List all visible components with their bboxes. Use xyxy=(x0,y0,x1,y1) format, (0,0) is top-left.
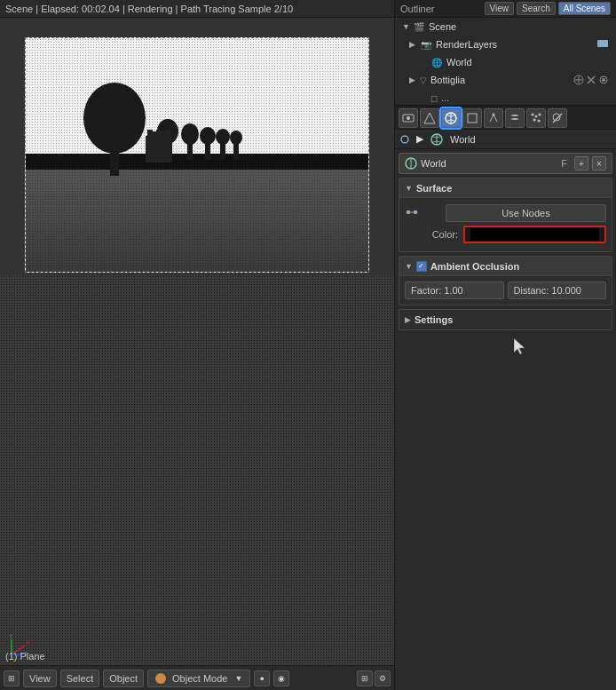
svg-point-0 xyxy=(83,83,146,154)
svg-rect-23 xyxy=(597,40,608,47)
svg-rect-47 xyxy=(407,210,410,214)
outliner[interactable]: Outliner View Search All Scenes ▼ 🎬 Scen… xyxy=(395,0,616,107)
prop-tab-world[interactable] xyxy=(441,108,461,128)
ao-header[interactable]: ▼ ✓ Ambient Occlusion xyxy=(399,257,612,276)
color-swatch[interactable] xyxy=(470,228,599,241)
footer-icon-5[interactable]: ⚙ xyxy=(375,670,391,686)
right-panel: Outliner View Search All Scenes ▼ 🎬 Scen… xyxy=(394,0,616,690)
world-selector-bar[interactable]: World F + × xyxy=(399,153,612,174)
render-preview xyxy=(25,37,369,273)
sub-item-label: ... xyxy=(441,92,449,103)
outliner-header-btns: View Search All Scenes xyxy=(485,2,611,15)
bottiglia-icon: ▽ xyxy=(420,75,427,85)
mode-icon xyxy=(155,673,166,684)
viewport-title: Scene | Elapsed: 00:02.04 | Rendering | … xyxy=(5,4,293,14)
scene-icon: 🎬 xyxy=(413,20,425,33)
prop-toolbar[interactable] xyxy=(395,107,616,130)
prop-tab-scene[interactable] xyxy=(420,108,439,128)
prop-tab-object[interactable] xyxy=(462,108,482,128)
select-menu-btn[interactable]: Select xyxy=(60,670,100,687)
viewport-header: Scene | Elapsed: 00:02.04 | Rendering | … xyxy=(0,0,394,18)
outliner-search-btn[interactable]: Search xyxy=(517,2,556,15)
svg-text:X: X xyxy=(26,639,30,646)
prop-tab-modifiers[interactable] xyxy=(505,108,525,128)
prop-tab-render[interactable] xyxy=(399,108,418,128)
svg-point-6 xyxy=(200,127,216,145)
surface-expand-icon: ▼ xyxy=(405,184,413,193)
outliner-item-renderlayers[interactable]: ▶ 📷 RenderLayers xyxy=(395,36,616,53)
ao-checkbox[interactable]: ✓ xyxy=(416,261,427,272)
svg-point-10 xyxy=(230,131,242,145)
prop-tab-physics[interactable] xyxy=(548,108,567,128)
ao-distance-field[interactable]: Distanc: 10.000 xyxy=(508,282,607,299)
svg-rect-1 xyxy=(110,149,119,176)
svg-rect-13 xyxy=(146,136,172,163)
ambient-occlusion-section: ▼ ✓ Ambient Occlusion Factor: 1.00 Dista… xyxy=(399,256,612,305)
svg-point-37 xyxy=(535,115,538,117)
settings-title: Settings xyxy=(415,314,453,325)
outliner-header-left: Outliner xyxy=(400,4,435,14)
svg-rect-48 xyxy=(414,210,417,214)
use-nodes-btn[interactable]: Use Nodes xyxy=(446,204,606,222)
prop-breadcrumb: ▶ World xyxy=(395,130,616,149)
ao-factor-field[interactable]: Factor: 1.00 xyxy=(405,282,504,299)
surface-content: Use Nodes Color: xyxy=(399,198,612,251)
mode-dropdown-arrow[interactable]: ▼ xyxy=(234,674,242,683)
svg-rect-9 xyxy=(220,144,225,160)
world-breadcrumb-icon xyxy=(430,133,443,146)
svg-point-39 xyxy=(533,118,536,121)
prop-tab-constraints[interactable] xyxy=(484,108,503,128)
svg-rect-7 xyxy=(205,144,210,160)
svg-point-30 xyxy=(407,116,410,120)
svg-marker-50 xyxy=(514,338,525,354)
tree-silhouette xyxy=(70,74,248,163)
viewport-icon-1[interactable]: ⊞ xyxy=(4,670,20,686)
settings-section: ▶ Settings xyxy=(399,309,612,330)
world-label: World xyxy=(446,57,472,67)
object-menu-btn[interactable]: Object xyxy=(103,670,144,687)
bottiglia-icon-2 xyxy=(586,75,596,85)
world-name-field[interactable]: World xyxy=(421,158,557,169)
svg-point-35 xyxy=(493,113,495,115)
color-value[interactable] xyxy=(463,226,606,243)
cursor-indicator xyxy=(514,338,525,356)
plane-label: (1) Plane xyxy=(5,651,45,662)
svg-marker-31 xyxy=(424,113,435,123)
world-close-btn[interactable]: × xyxy=(592,156,606,171)
footer-icon-2[interactable]: ● xyxy=(254,670,270,686)
world-add-btn[interactable]: + xyxy=(574,156,588,171)
prop-tab-particles[interactable] xyxy=(526,108,546,128)
svg-text:Y: Y xyxy=(9,633,13,639)
color-row: Color: xyxy=(405,225,606,244)
viewport[interactable]: Scene | Elapsed: 00:02.04 | Rendering | … xyxy=(0,0,394,690)
expand-icon-2: ▶ xyxy=(409,40,416,49)
settings-header[interactable]: ▶ Settings xyxy=(399,310,612,329)
view-menu-btn[interactable]: View xyxy=(23,670,57,687)
outliner-item-sub[interactable]: ◻ ... xyxy=(395,89,616,107)
breadcrumb-arrow: ▶ xyxy=(416,133,423,145)
viewport-footer[interactable]: ⊞ View Select Object Object Mode ▼ ● ◉ ⊞… xyxy=(0,665,394,690)
mode-selector[interactable]: Object Mode ▼ xyxy=(147,670,250,687)
outliner-item-world[interactable]: 🌐 World xyxy=(395,53,616,71)
svg-point-38 xyxy=(539,113,541,115)
bottiglia-label: Bottiglia xyxy=(430,75,465,85)
footer-icon-3[interactable]: ◉ xyxy=(273,670,289,686)
outliner-allscenes-btn[interactable]: All Scenes xyxy=(558,2,611,15)
prop-content: World F + × ▼ Surface xyxy=(395,149,616,690)
outliner-item-bottiglia[interactable]: ▶ ▽ Bottiglia xyxy=(395,71,616,89)
settings-expand-icon: ▶ xyxy=(405,315,411,324)
bottiglia-btns xyxy=(573,75,609,85)
surface-title: Surface xyxy=(416,183,452,194)
footer-icon-4[interactable]: ⊞ xyxy=(357,670,373,686)
svg-rect-15 xyxy=(156,130,162,139)
world-f-btn[interactable]: F xyxy=(561,158,567,169)
renderlayers-icon: 📷 xyxy=(420,38,432,51)
surface-section-header[interactable]: ▼ Surface xyxy=(399,178,612,198)
outliner-label: Outliner xyxy=(400,4,435,14)
cursor-area xyxy=(399,334,612,361)
outliner-view-btn[interactable]: View xyxy=(485,2,515,15)
scene-item-label: Scene xyxy=(429,21,456,32)
below-render-area xyxy=(0,275,394,666)
ao-title: Ambient Occlusion xyxy=(430,261,519,272)
outliner-item-scene[interactable]: ▼ 🎬 Scene xyxy=(395,18,616,36)
